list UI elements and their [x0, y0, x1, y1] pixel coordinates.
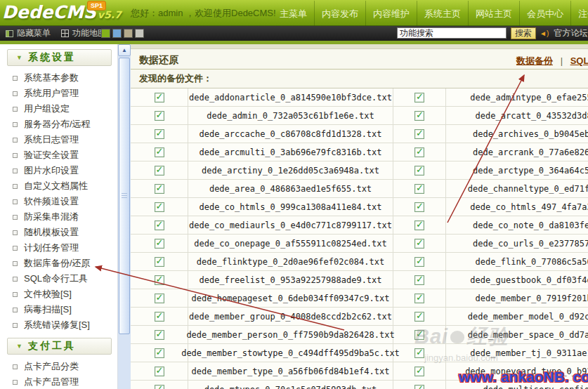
nav-item-1[interactable]: 主菜单 — [273, 1, 314, 27]
sidebar-scrollbar[interactable]: ▲ — [118, 44, 131, 389]
nav-item-3[interactable]: 内容维护 — [365, 1, 417, 27]
nav-item-7[interactable]: 注销 — [570, 1, 588, 27]
checkbox-checked[interactable] — [155, 348, 164, 358]
sidebar-item[interactable]: 用户组设定 — [0, 101, 117, 117]
checkbox-checked[interactable] — [414, 166, 424, 176]
theme-color-swatch-3[interactable] — [124, 29, 133, 38]
checkbox-checked[interactable] — [155, 129, 164, 139]
table-row: dede_arctiny_0_1e26dd05c3a6948a.txtdede_… — [131, 161, 588, 180]
checkbox-checked[interactable] — [414, 220, 424, 230]
checkbox-checked[interactable] — [155, 93, 164, 103]
nav-item-4[interactable]: 系统主页 — [417, 1, 468, 27]
checkbox-checked[interactable] — [414, 184, 424, 194]
sidebar-item[interactable]: 软件频道设置 — [0, 194, 117, 209]
official-forum-link[interactable]: 官方论坛 — [554, 28, 588, 38]
sidebar-item[interactable]: 病毒扫描[S] — [0, 302, 117, 317]
sidebar-section-title: 支付工具 — [28, 340, 76, 352]
checkbox-checked[interactable] — [414, 111, 424, 121]
search-button[interactable]: 搜索 — [511, 27, 536, 39]
checkbox-checked[interactable] — [155, 385, 164, 389]
right-checkbox-cell — [393, 161, 446, 179]
theme-color-swatch-4[interactable] — [135, 29, 144, 38]
table-row: dede_area_0_486863aed1e5f655.txtdede_cha… — [131, 180, 588, 198]
checkbox-checked[interactable] — [155, 111, 164, 121]
sidebar-item[interactable]: 文件校验[S] — [0, 286, 117, 302]
sidebar-item-label: 自定义文档属性 — [24, 180, 88, 192]
checkbox-checked[interactable] — [414, 147, 424, 157]
sidebar-item-label: 计划任务管理 — [24, 242, 79, 254]
hide-menu-button[interactable]: 隐藏菜单 — [17, 27, 51, 39]
right-checkbox-cell — [393, 198, 446, 216]
checkbox-checked[interactable] — [414, 385, 424, 389]
sidebar-item[interactable]: 数据库备份/还原 — [0, 256, 117, 271]
backup-filename: dede_co_note_0_da8103fe9f46 — [473, 220, 588, 230]
checkbox-checked[interactable] — [155, 166, 164, 176]
left-checkbox-cell — [131, 161, 188, 179]
checkbox-checked[interactable] — [155, 147, 164, 157]
sidebar-section-header-2[interactable]: ▼支付工具 — [7, 338, 112, 355]
checkbox-checked[interactable] — [414, 312, 424, 322]
sidebar-item[interactable]: 图片水印设置 — [0, 163, 117, 178]
checkbox-checked[interactable] — [414, 348, 424, 358]
sidebar-item[interactable]: 防采集串混淆 — [0, 209, 117, 225]
theme-color-swatch-1[interactable] — [101, 29, 110, 38]
checkbox-checked[interactable] — [155, 257, 164, 267]
bullet-icon — [13, 215, 18, 220]
nav-item-5[interactable]: 网站主页 — [468, 1, 519, 27]
sidebar-item[interactable]: 随机模板设置 — [0, 225, 117, 240]
checkbox-checked[interactable] — [155, 312, 164, 322]
sidebar-item[interactable]: SQL命令行工具 — [0, 271, 117, 286]
sidebar-item[interactable]: 系统基本参数 — [0, 70, 117, 86]
checkbox-checked[interactable] — [414, 330, 424, 340]
nav-item-2[interactable]: 内容发布 — [314, 1, 365, 27]
checkbox-checked[interactable] — [414, 275, 424, 285]
checkbox-checked[interactable] — [414, 294, 424, 303]
table-row: dede_homepageset_0_6deb034ff09347c9.txtd… — [131, 289, 588, 308]
checkbox-checked[interactable] — [414, 129, 424, 139]
left-checkbox-cell — [131, 107, 188, 124]
left-filename-cell: dede_admin_0_732a053c61bf1e6e.txt — [188, 107, 393, 124]
sidebar-item[interactable]: 系统错误修复[S] — [0, 317, 117, 333]
sidebar-item[interactable]: 验证安全设置 — [0, 147, 117, 163]
right-filename-cell: dede_co_urls_0_e237785795b7 — [446, 235, 588, 252]
sql-tool-link[interactable]: SQL命令行工具 — [570, 55, 588, 66]
backup-filename: dede_flinktype_0_2d0ae96fef02c084.txt — [197, 257, 384, 267]
main-top-strip — [131, 44, 588, 49]
search-input[interactable] — [397, 27, 507, 39]
main-title-bar: 数据还原 数据备份 | SQL命令行工具 — [131, 49, 588, 70]
checkbox-checked[interactable] — [155, 202, 164, 212]
sidebar-item-label: 验证安全设置 — [24, 149, 79, 161]
checkbox-checked[interactable] — [414, 202, 424, 212]
sidebar-item[interactable]: 自定义文档属性 — [0, 178, 117, 194]
data-backup-link[interactable]: 数据备份 — [516, 55, 553, 66]
scrollbar-thumb[interactable] — [119, 58, 130, 334]
backup-filename: dede_arcmulti_0_3ab696e79fc8316b.txt — [199, 147, 381, 157]
checkbox-checked[interactable] — [414, 257, 424, 267]
checkbox-checked[interactable] — [155, 330, 164, 340]
right-checkbox-cell — [393, 289, 446, 307]
checkbox-checked[interactable] — [155, 220, 164, 230]
sidebar-item[interactable]: 点卡产品管理 — [0, 374, 117, 389]
sidebar-item-label: 系统日志管理 — [24, 133, 79, 146]
sidebar-item[interactable]: 服务器分布/远程 — [0, 117, 117, 132]
checkbox-checked[interactable] — [155, 294, 164, 303]
sidebar-item[interactable]: 点卡产品分类 — [0, 359, 117, 374]
scrollbar-up-button[interactable]: ▲ — [118, 44, 131, 56]
right-checkbox-cell — [393, 362, 446, 380]
sidebar-item[interactable]: 计划任务管理 — [0, 240, 117, 256]
checkbox-checked[interactable] — [155, 184, 164, 194]
sidebar-item[interactable]: 系统日志管理 — [0, 132, 117, 147]
sidebar-item[interactable]: 系统用户管理 — [0, 86, 117, 101]
sidebar-section-header-1[interactable]: ▼系统设置 — [7, 49, 112, 66]
checkbox-checked[interactable] — [155, 275, 164, 285]
checkbox-checked[interactable] — [414, 239, 424, 249]
nav-item-6[interactable]: 会员中心 — [519, 1, 570, 27]
checkbox-checked[interactable] — [414, 93, 424, 103]
checkbox-checked[interactable] — [155, 239, 164, 249]
sidebar-section-title: 系统设置 — [28, 51, 76, 64]
checkbox-checked[interactable] — [155, 367, 164, 376]
checkbox-checked[interactable] — [414, 367, 424, 376]
theme-color-swatch-2[interactable] — [112, 29, 122, 38]
table-row: dede_arccache_0_c86708c8fd1d1328.txtdede… — [131, 125, 588, 143]
right-filename-cell: dede_arcatt_0_43532d3d8191 — [446, 107, 588, 124]
